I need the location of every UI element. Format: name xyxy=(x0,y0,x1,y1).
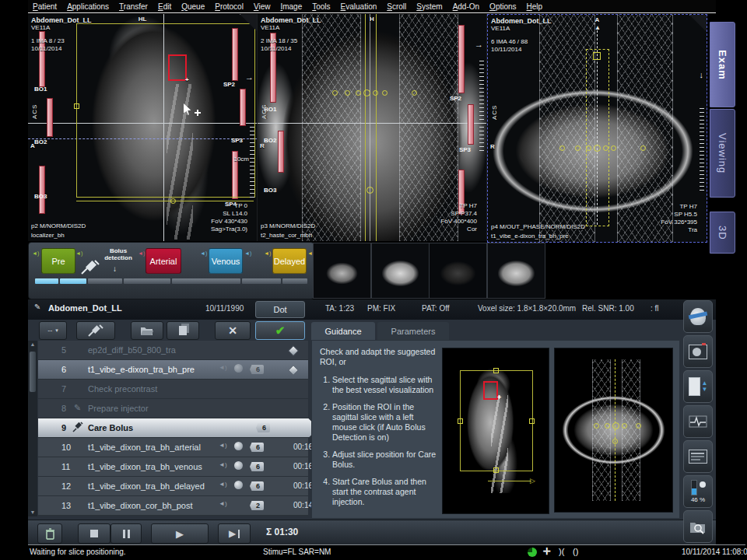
queue-row-13[interactable]: 13 t1_vibe_dixon_cor_bh_post ◄) 2 00:14 xyxy=(38,496,308,516)
queue-row-11[interactable]: 11 t1_vibe_dixon_tra_bh_venous ◄) 6 00:1… xyxy=(38,457,308,477)
queue-row-12[interactable]: 12 t1_vibe_dixon_tra_bh_delayed ◄) 6 00:… xyxy=(38,477,308,496)
slice-handle[interactable] xyxy=(363,89,370,96)
page-fold-icon[interactable] xyxy=(689,15,707,32)
viewport-axial-selected[interactable]: Abdomen_Dot_LL VE11A 6 IMA 46 / 88 10/11… xyxy=(487,14,707,243)
head-position-button[interactable] xyxy=(683,300,713,333)
menu-item[interactable]: Options xyxy=(489,2,516,11)
menu-item[interactable]: Patient xyxy=(33,2,57,11)
menu-item[interactable]: Help xyxy=(527,2,543,11)
care-bolus-slice-box[interactable] xyxy=(586,49,609,226)
scroll-down-icon[interactable]: ▼ xyxy=(28,509,37,516)
slice-group-box[interactable] xyxy=(76,23,255,198)
stop-button[interactable] xyxy=(78,523,110,544)
copy-button[interactable] xyxy=(167,321,199,340)
handle-square[interactable] xyxy=(493,467,499,473)
slice-handle[interactable] xyxy=(366,187,374,194)
viewport-coronal[interactable]: Abdomen_Dot_LL VE11A 2 IMA 18 / 35 10/11… xyxy=(258,14,487,241)
slice-handle[interactable] xyxy=(373,90,378,96)
phase-pre-button[interactable]: Pre xyxy=(41,248,75,274)
viewport-sagittal[interactable]: Abdomen_Dot_LL VE11A 1 IMA 8 / 23 10/11/… xyxy=(28,14,258,241)
series-thumbnail[interactable] xyxy=(487,243,545,299)
slice-handle[interactable] xyxy=(345,90,350,96)
cube-icon[interactable] xyxy=(289,366,298,376)
slice-handle[interactable] xyxy=(605,423,610,429)
slice-handle[interactable] xyxy=(611,145,616,151)
handle-square[interactable] xyxy=(529,418,535,424)
contrast-syringe-button[interactable] xyxy=(76,321,115,340)
slice-handle[interactable] xyxy=(586,145,591,151)
phase-venous-button[interactable]: Venous xyxy=(209,248,243,274)
menu-item[interactable]: View xyxy=(254,2,271,11)
tab-parameters[interactable]: Parameters xyxy=(377,322,449,341)
series-thumbnail[interactable] xyxy=(371,243,430,299)
slice-handle[interactable] xyxy=(356,90,361,96)
menu-item[interactable]: Protocol xyxy=(215,2,244,11)
slice-handle[interactable] xyxy=(612,439,618,444)
arrow-right-icon[interactable]: → xyxy=(245,73,254,81)
scroll-up-icon[interactable]: ▲ xyxy=(28,341,37,348)
care-bolus-roi[interactable] xyxy=(168,54,187,81)
slice-handle[interactable] xyxy=(170,198,176,204)
open-folder-button[interactable] xyxy=(131,321,163,340)
care-bolus-roi[interactable] xyxy=(483,381,498,400)
menu-item[interactable]: Transfer xyxy=(119,2,148,11)
slice-handle[interactable] xyxy=(636,423,641,429)
menu-item[interactable]: Scroll xyxy=(387,2,406,11)
handle-square[interactable] xyxy=(74,103,79,109)
tab-viewing[interactable]: Viewing xyxy=(710,109,735,198)
slice-handle[interactable] xyxy=(594,423,599,429)
menu-item[interactable]: System xyxy=(416,2,442,11)
slice-handle[interactable] xyxy=(382,90,388,96)
queue-row-7[interactable]: 7 Check precontrast xyxy=(38,380,308,399)
slice-handle[interactable] xyxy=(594,145,601,152)
arrow-down-icon[interactable]: ↓ xyxy=(700,71,704,79)
page-fold-icon[interactable] xyxy=(240,14,257,31)
sar-level-button[interactable]: 46 % xyxy=(683,475,713,508)
phase-arterial-button[interactable]: Arterial xyxy=(146,248,181,274)
handle-square[interactable] xyxy=(458,418,463,424)
tab-3d[interactable]: 3D xyxy=(710,212,735,254)
menu-item[interactable]: Edit xyxy=(158,2,171,11)
exam-form-button[interactable] xyxy=(683,440,713,473)
guidance-sagittal-preview[interactable]: + ▷ xyxy=(442,348,549,514)
slice-handle[interactable] xyxy=(575,145,580,151)
phase-delayed-button[interactable]: Delayed xyxy=(272,248,307,274)
slice-handle[interactable] xyxy=(412,90,417,96)
arrow-right-icon[interactable]: → xyxy=(475,40,483,48)
slice-handle[interactable] xyxy=(622,423,627,429)
play-button[interactable]: ▶ xyxy=(151,523,209,544)
menu-item[interactable]: Evaluation xyxy=(341,2,377,11)
trash-button[interactable] xyxy=(37,523,62,544)
dot-button[interactable]: Dot xyxy=(255,301,305,318)
queue-row-6-current[interactable]: 6 t1_vibe_e-dixon_tra_bh_pre ◄) 6 xyxy=(38,360,308,380)
slice-handle[interactable] xyxy=(603,145,608,151)
search-folder-button[interactable] xyxy=(683,510,713,543)
slice-handle[interactable] xyxy=(612,422,619,429)
cancel-button[interactable]: ✕ xyxy=(215,321,251,340)
menu-item[interactable]: Image xyxy=(280,2,302,11)
menu-item[interactable]: Tools xyxy=(312,2,330,11)
queue-row-9-selected[interactable]: 9 Care Bolus 6 xyxy=(38,418,318,438)
menu-item[interactable]: Queue xyxy=(181,2,205,11)
queue-row-8[interactable]: 8 ✎ Prepare injector xyxy=(38,399,308,418)
series-thumbnail[interactable] xyxy=(313,243,371,299)
slice-handle[interactable] xyxy=(332,90,338,96)
handle-square[interactable] xyxy=(493,368,499,373)
queue-row-10[interactable]: 10 t1_vibe_dixon_tra_bh_arterial ◄) 6 00… xyxy=(38,438,308,457)
skip-button[interactable]: ▶ xyxy=(218,523,251,544)
physio-signal-button[interactable] xyxy=(683,405,713,438)
edit-pencil-icon[interactable]: ✎ xyxy=(34,303,40,311)
queue-row-5[interactable]: 5 ep2d_diff_b50_800_tra xyxy=(38,341,308,360)
image-display-button[interactable] xyxy=(683,335,713,368)
pause-button[interactable] xyxy=(110,523,142,544)
patient-table-button[interactable]: ▲▼ xyxy=(683,370,713,403)
tab-exam[interactable]: Exam xyxy=(710,22,735,107)
exam-selector-dropdown[interactable]: --▾ xyxy=(39,321,67,340)
scrollbar-thumb[interactable] xyxy=(30,352,36,392)
menu-item[interactable]: Add-On xyxy=(453,2,479,11)
slice-handle[interactable] xyxy=(559,145,565,151)
queue-scrollbar[interactable]: ▲ ▼ xyxy=(28,341,37,516)
series-thumbnail[interactable] xyxy=(429,243,487,299)
slice-handle[interactable] xyxy=(640,145,646,151)
slice-handle[interactable] xyxy=(593,52,601,60)
